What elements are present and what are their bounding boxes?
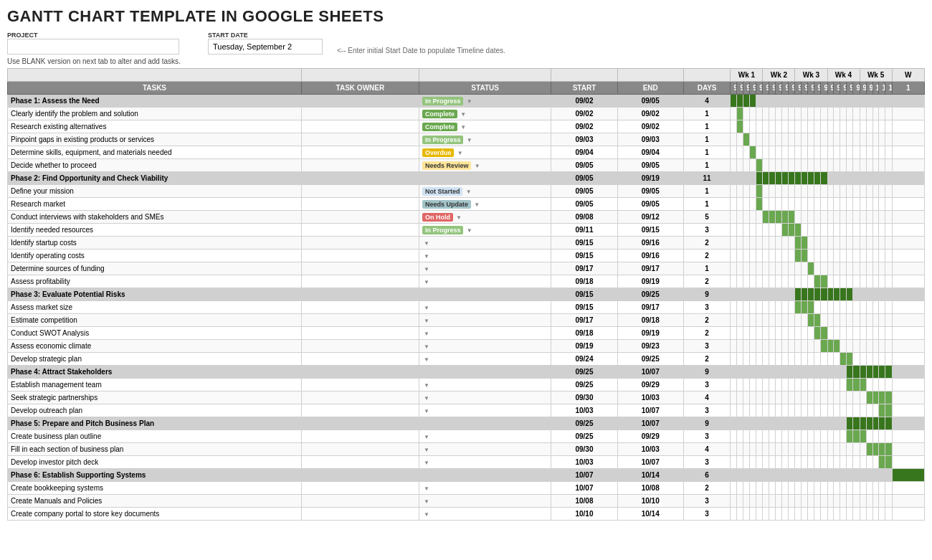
gantt-bar-cell [814,379,821,391]
dropdown-arrow-icon[interactable]: ▼ [424,331,429,337]
task-cell: Estimate competition [8,314,302,327]
gantt-bar-cell [847,159,853,172]
gantt-bar-cell [789,301,795,314]
gantt-bar-cell [847,404,853,417]
gantt-bar-cell [814,185,821,198]
gantt-bar-cell [840,211,847,224]
dropdown-arrow-icon[interactable]: ▼ [424,266,429,272]
gantt-bar-cell [782,211,789,224]
gantt-bar-cell [731,275,737,288]
gantt-bar-cell [795,314,802,327]
gantt-bar-cell [840,456,847,469]
gantt-bar-cell [834,95,840,108]
gantt-bar-cell [834,469,840,482]
gantt-bar-cell [840,275,847,288]
dropdown-arrow-icon[interactable]: ▼ [459,111,466,118]
dropdown-arrow-icon[interactable]: ▼ [424,498,429,505]
gantt-bar-cell [853,327,860,340]
dropdown-arrow-icon[interactable]: ▼ [424,356,429,363]
gantt-bar-cell [737,108,743,120]
status-cell: In Progress ▼ [419,224,551,237]
gantt-bar-cell [769,443,776,456]
gantt-bar-cell [782,250,789,262]
gantt-bar-cell [892,391,924,404]
dropdown-arrow-icon[interactable]: ▼ [424,434,429,440]
gantt-bar-cell [834,237,840,250]
days-cell: 3 [683,224,731,237]
end-cell: 09/19 [617,275,683,288]
task-cell: Research existing alternatives [8,120,302,133]
dropdown-arrow-icon[interactable]: ▼ [464,189,471,195]
dropdown-arrow-icon[interactable]: ▼ [424,460,429,466]
dropdown-arrow-icon[interactable]: ▼ [424,382,429,389]
gantt-bar-cell [860,224,866,237]
gantt-bar-cell [821,172,827,185]
dropdown-arrow-icon[interactable]: ▼ [424,343,429,350]
gantt-bar-cell [776,495,782,508]
dropdown-arrow-icon[interactable]: ▼ [424,485,429,492]
gantt-bar-cell [769,391,776,404]
dropdown-arrow-icon[interactable]: ▼ [455,150,462,156]
days-cell: 4 [683,443,731,456]
end-cell: 09/29 [617,379,683,391]
dropdown-arrow-icon[interactable]: ▼ [424,408,429,414]
dropdown-arrow-icon[interactable]: ▼ [455,214,462,221]
days-cell: 3 [683,340,731,353]
gantt-bar-cell [834,250,840,262]
task-row: Determine skills, equipment, and materia… [8,146,925,159]
gantt-bar-cell [834,417,840,430]
dropdown-arrow-icon[interactable]: ▼ [465,98,472,105]
gantt-bar-cell [756,353,763,366]
gantt-bar-cell [737,133,743,146]
gantt-bar-cell [866,95,872,108]
dropdown-arrow-icon[interactable]: ▼ [424,305,429,311]
dropdown-arrow-icon[interactable]: ▼ [424,318,429,324]
days-cell: 2 [683,482,731,495]
gantt-bar-cell [814,159,821,172]
dropdown-arrow-icon[interactable]: ▼ [465,227,472,234]
dropdown-arrow-icon[interactable]: ▼ [465,137,472,143]
day-930: 9/30 [866,82,872,95]
owner-cell [301,288,419,301]
gantt-bar-cell [763,327,769,340]
gantt-bar-cell [814,340,821,353]
dropdown-arrow-icon[interactable]: ▼ [459,124,466,130]
dropdown-arrow-icon[interactable]: ▼ [424,511,429,518]
status-cell: ▼ [419,262,551,275]
dropdown-arrow-icon[interactable]: ▼ [424,240,429,247]
gantt-bar-cell [827,159,834,172]
gantt-bar-cell [789,456,795,469]
gantt-bar-cell [795,211,802,224]
gantt-bar-cell [872,340,879,353]
start-date-input[interactable] [208,39,323,54]
gantt-bar-cell [821,508,827,521]
dropdown-arrow-icon[interactable]: ▼ [472,201,480,208]
gantt-bar-cell [769,211,776,224]
gantt-bar-cell [885,133,892,146]
dropdown-arrow-icon[interactable]: ▼ [472,163,480,169]
gantt-bar-cell [756,237,763,250]
gantt-bar-cell [776,95,782,108]
days-cell: 2 [683,314,731,327]
dropdown-arrow-icon[interactable]: ▼ [424,279,429,285]
gantt-bar-cell [834,262,840,275]
gantt-bar-cell [802,430,808,443]
dropdown-arrow-icon[interactable]: ▼ [424,447,429,453]
gantt-bar-cell [814,327,821,340]
gantt-bar-cell [860,404,866,417]
gantt-bar-cell [808,211,814,224]
dropdown-arrow-icon[interactable]: ▼ [424,253,429,260]
task-cell: Fill in each section of business plan [8,443,302,456]
wk5-header: Wk 5 [860,69,892,82]
status-cell: ▼ [419,456,551,469]
gantt-bar-cell [756,469,763,482]
dropdown-arrow-icon[interactable]: ▼ [424,395,429,402]
end-cell: 09/15 [617,224,683,237]
gantt-bar-cell [808,133,814,146]
gantt-bar-cell [853,340,860,353]
task-row: Develop outreach plan▼10/0310/073 [8,404,925,417]
project-input[interactable] [7,39,179,54]
gantt-bar-cell [814,314,821,327]
start-cell: 09/11 [551,224,617,237]
gantt-bar-cell [789,340,795,353]
